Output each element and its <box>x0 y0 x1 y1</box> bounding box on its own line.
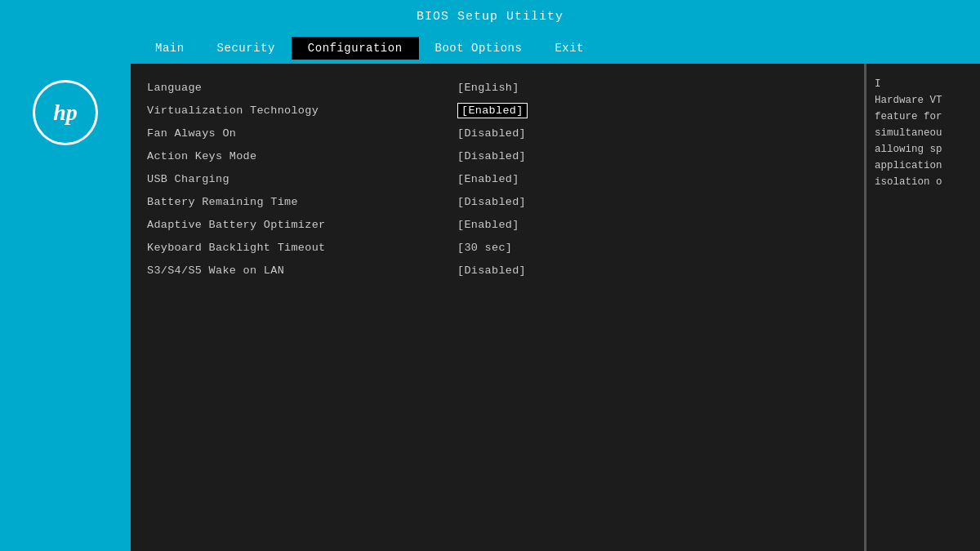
setting-row-language[interactable]: Language [English] <box>147 76 848 99</box>
settings-panel: Language [English] Virtualization Techno… <box>131 64 864 551</box>
main-content: hp Language [English] Virtualization Tec… <box>0 64 980 551</box>
setting-name-wake-on-lan: S3/S4/S5 Wake on LAN <box>147 264 457 277</box>
setting-value-language: [English] <box>457 82 519 94</box>
setting-name-backlight-timeout: Keyboard Backlight Timeout <box>147 242 457 254</box>
settings-table: Language [English] Virtualization Techno… <box>147 76 848 282</box>
info-panel: I Hardware VT feature for simultaneou al… <box>866 64 980 551</box>
info-line-6: allowing sp <box>875 141 972 158</box>
setting-name-action-keys: Action Keys Mode <box>147 150 457 162</box>
info-line-4: feature for <box>875 109 972 125</box>
setting-value-virtualization: [Enabled] <box>457 103 528 118</box>
info-line-3: Hardware VT <box>875 92 972 109</box>
setting-name-battery-remaining: Battery Remaining Time <box>147 196 457 208</box>
bios-title: BIOS Setup Utility <box>416 10 564 24</box>
title-bar: BIOS Setup Utility <box>0 0 980 33</box>
setting-value-usb-charging: [Enabled] <box>457 173 519 185</box>
nav-item-configuration[interactable]: Configuration <box>292 37 419 60</box>
setting-value-battery-remaining: [Disabled] <box>457 196 526 208</box>
setting-row-virtualization[interactable]: Virtualization Technology [Enabled] <box>147 99 848 122</box>
nav-bar: Main Security Configuration Boot Options… <box>0 33 980 64</box>
logo-sidebar: hp <box>0 64 131 551</box>
info-line-1: I <box>875 76 972 92</box>
setting-row-wake-on-lan[interactable]: S3/S4/S5 Wake on LAN [Disabled] <box>147 259 848 282</box>
nav-item-security[interactable]: Security <box>201 37 292 60</box>
setting-row-usb-charging[interactable]: USB Charging [Enabled] <box>147 167 848 190</box>
setting-row-backlight-timeout[interactable]: Keyboard Backlight Timeout [30 sec] <box>147 236 848 259</box>
setting-name-language: Language <box>147 82 457 94</box>
setting-name-adaptive-battery: Adaptive Battery Optimizer <box>147 219 457 231</box>
nav-item-boot-options[interactable]: Boot Options <box>419 37 539 60</box>
bios-screen: BIOS Setup Utility Main Security Configu… <box>0 0 980 551</box>
setting-value-adaptive-battery: [Enabled] <box>457 219 519 231</box>
setting-row-battery-remaining[interactable]: Battery Remaining Time [Disabled] <box>147 190 848 213</box>
nav-item-exit[interactable]: Exit <box>538 37 600 60</box>
setting-row-adaptive-battery[interactable]: Adaptive Battery Optimizer [Enabled] <box>147 213 848 236</box>
setting-row-action-keys[interactable]: Action Keys Mode [Disabled] <box>147 144 848 167</box>
setting-value-action-keys: [Disabled] <box>457 150 526 162</box>
info-line-7: application <box>875 158 972 174</box>
hp-logo: hp <box>33 80 98 145</box>
setting-value-wake-on-lan: [Disabled] <box>457 264 526 277</box>
setting-row-fan[interactable]: Fan Always On [Disabled] <box>147 122 848 144</box>
setting-name-virtualization: Virtualization Technology <box>147 104 457 117</box>
setting-name-fan: Fan Always On <box>147 127 457 140</box>
setting-name-usb-charging: USB Charging <box>147 173 457 185</box>
info-line-8: isolation o <box>875 174 972 190</box>
info-line-5: simultaneou <box>875 125 972 141</box>
setting-value-fan: [Disabled] <box>457 127 526 140</box>
setting-value-backlight-timeout: [30 sec] <box>457 242 512 254</box>
nav-item-main[interactable]: Main <box>139 37 201 60</box>
